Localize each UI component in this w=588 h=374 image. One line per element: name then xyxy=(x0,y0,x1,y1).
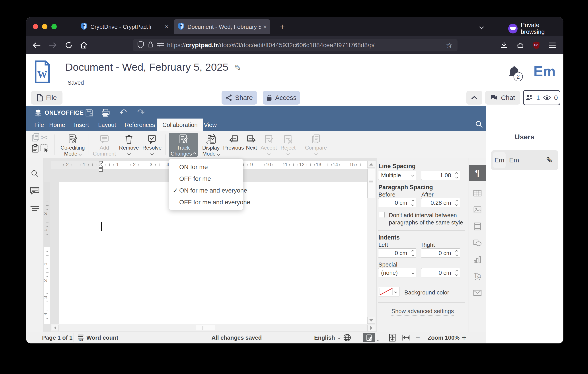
ublock-origin-icon[interactable]: UO xyxy=(530,39,542,51)
access-button[interactable]: Access xyxy=(263,91,300,104)
dropdown-item-off-for-everyone[interactable]: OFF for me and everyone xyxy=(169,196,243,208)
navigation-headings-icon[interactable] xyxy=(30,205,40,213)
vertical-scrollbar[interactable] xyxy=(367,161,376,331)
tab-close-icon[interactable]: × xyxy=(263,23,267,30)
menu-view[interactable]: View xyxy=(202,119,219,131)
save-icon[interactable] xyxy=(85,109,94,118)
url-bar[interactable]: https://cryptpad.fr/doc/#/3/doc/edit/ff0… xyxy=(133,39,458,52)
special-select[interactable]: (none) xyxy=(378,268,416,277)
tracking-shield-icon[interactable] xyxy=(137,41,144,50)
display-mode-button[interactable]: Display Mode xyxy=(200,133,222,157)
back-icon[interactable] xyxy=(31,39,42,51)
fit-width-button[interactable] xyxy=(402,332,411,343)
hscrollbar-thumb[interactable] xyxy=(196,325,215,331)
menu-home[interactable]: Home xyxy=(47,119,67,131)
paste-icon[interactable] xyxy=(32,144,40,154)
shape-settings-icon[interactable] xyxy=(469,235,486,251)
scroll-right-button[interactable] xyxy=(367,325,375,331)
dropdown-item-on-for-everyone[interactable]: ✓ ON for me and everyone xyxy=(169,185,243,196)
dropdown-item-off-for-me[interactable]: OFF for me xyxy=(169,173,243,185)
tab-cryptdrive[interactable]: CryptDrive - CryptPad.fr × xyxy=(77,19,172,34)
macos-zoom-button[interactable] xyxy=(51,24,57,29)
background-color-picker[interactable] xyxy=(378,287,399,296)
menu-insert[interactable]: Insert xyxy=(72,119,91,131)
resolve-comment-button[interactable]: Resolve xyxy=(142,133,162,157)
scroll-left-button[interactable] xyxy=(52,325,59,331)
share-button[interactable]: Share xyxy=(221,91,257,104)
notifications-bell-icon[interactable]: 2 xyxy=(507,65,521,81)
vertical-ruler[interactable]: 211234 xyxy=(44,182,50,324)
lock-icon[interactable] xyxy=(147,41,153,50)
zoom-in-button[interactable]: + xyxy=(462,332,466,343)
word-count-button[interactable]: 123 Word count xyxy=(78,332,118,343)
image-settings-icon[interactable] xyxy=(469,202,486,218)
line-spacing-select[interactable]: Multiple xyxy=(378,171,416,180)
scroll-up-button[interactable] xyxy=(367,161,375,168)
interval-checkbox[interactable] xyxy=(379,212,385,218)
select-all-icon[interactable] xyxy=(40,144,49,154)
reload-icon[interactable] xyxy=(63,39,75,51)
previous-change-button[interactable]: Previous xyxy=(224,133,243,157)
home-icon[interactable] xyxy=(78,39,90,51)
header-footer-settings-icon[interactable] xyxy=(469,218,486,234)
horizontal-scrollbar[interactable] xyxy=(51,324,367,332)
special-amount-spinner[interactable]: 0 cm xyxy=(421,268,460,277)
cut-icon[interactable]: ✂ xyxy=(41,133,48,143)
fit-page-button[interactable] xyxy=(388,332,396,343)
tab-close-icon[interactable]: × xyxy=(165,23,168,30)
co-editing-mode-button[interactable]: Co-editing Mode xyxy=(60,133,85,157)
dropdown-item-on-for-me[interactable]: ON for me xyxy=(169,161,243,173)
track-toggle-chevron-icon[interactable] xyxy=(377,336,379,343)
find-icon[interactable] xyxy=(31,169,39,179)
edit-user-name-pencil-icon[interactable]: ✎ xyxy=(546,155,553,165)
indent-right-spinner[interactable]: 0 cm xyxy=(421,248,460,258)
redo-icon[interactable]: ↷ xyxy=(137,108,145,117)
scrollbar-thumb[interactable] xyxy=(367,169,375,198)
document-title[interactable]: Document - Wed, February 5, 2025 ✎ xyxy=(65,61,241,73)
extensions-icon[interactable] xyxy=(514,39,526,51)
paragraph-settings-icon[interactable]: ¶ xyxy=(469,165,486,181)
account-initials[interactable]: Em xyxy=(534,63,556,80)
spacing-after-spinner[interactable]: 0.28 cm xyxy=(421,198,460,207)
macos-minimize-button[interactable] xyxy=(42,24,47,29)
menu-collaboration-active[interactable]: Collaboration xyxy=(157,119,203,131)
track-changes-button[interactable]: Track Changes xyxy=(169,133,198,157)
copy-icon[interactable] xyxy=(32,133,40,143)
next-change-button[interactable]: Next xyxy=(244,133,259,157)
menu-layout[interactable]: Layout xyxy=(96,119,118,131)
track-changes-toggle[interactable] xyxy=(363,333,375,342)
zoom-out-button[interactable]: − xyxy=(416,332,420,343)
remove-comment-button[interactable]: Remove xyxy=(119,133,139,157)
forward-icon[interactable] xyxy=(47,39,59,51)
menu-hamburger-icon[interactable] xyxy=(546,39,558,51)
scroll-down-button[interactable] xyxy=(367,317,375,324)
macos-close-button[interactable] xyxy=(33,24,38,29)
downloads-icon[interactable] xyxy=(498,39,510,51)
permissions-sliders-icon[interactable] xyxy=(157,42,164,49)
menu-file[interactable]: File xyxy=(32,119,46,131)
indent-left-spinner[interactable]: 0 cm xyxy=(378,248,416,258)
indent-markers[interactable] xyxy=(99,161,103,173)
tab-document-active[interactable]: Document - Wed, February 5, 20 × xyxy=(174,19,270,34)
editor-search-icon[interactable] xyxy=(474,120,483,130)
chart-settings-icon[interactable] xyxy=(469,251,486,268)
edit-title-pencil-icon[interactable]: ✎ xyxy=(234,63,241,73)
list-all-tabs-chevron-icon[interactable] xyxy=(476,22,487,32)
session-users-button[interactable]: 1 0 xyxy=(523,90,560,105)
table-settings-icon[interactable] xyxy=(469,185,486,201)
collapse-toolbar-button[interactable] xyxy=(466,91,482,104)
file-menu-button[interactable]: File xyxy=(31,91,63,104)
page-indicator[interactable]: Page 1 of 1 xyxy=(42,332,73,343)
mail-merge-icon[interactable] xyxy=(469,285,486,301)
chat-button[interactable]: Chat xyxy=(485,91,520,104)
show-advanced-settings-link[interactable]: Show advanced settings xyxy=(377,308,469,315)
undo-icon[interactable]: ↶ xyxy=(119,108,127,117)
text-art-settings-icon[interactable]: Ta xyxy=(469,268,486,284)
line-spacing-amount-spinner[interactable]: 1.08 xyxy=(421,171,460,180)
language-selector[interactable]: English xyxy=(314,332,351,343)
print-icon[interactable] xyxy=(101,109,110,118)
bookmark-star-icon[interactable]: ☆ xyxy=(446,41,453,50)
menu-references[interactable]: References xyxy=(123,119,157,131)
new-tab-button[interactable]: + xyxy=(276,21,288,32)
spacing-before-spinner[interactable]: 0 cm xyxy=(378,198,416,207)
